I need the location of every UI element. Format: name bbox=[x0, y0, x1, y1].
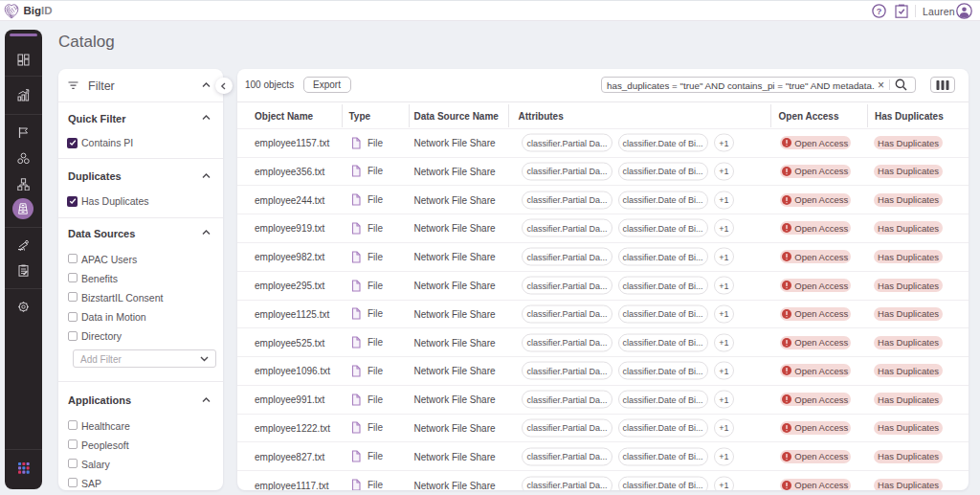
svg-text:?: ? bbox=[877, 7, 882, 16]
